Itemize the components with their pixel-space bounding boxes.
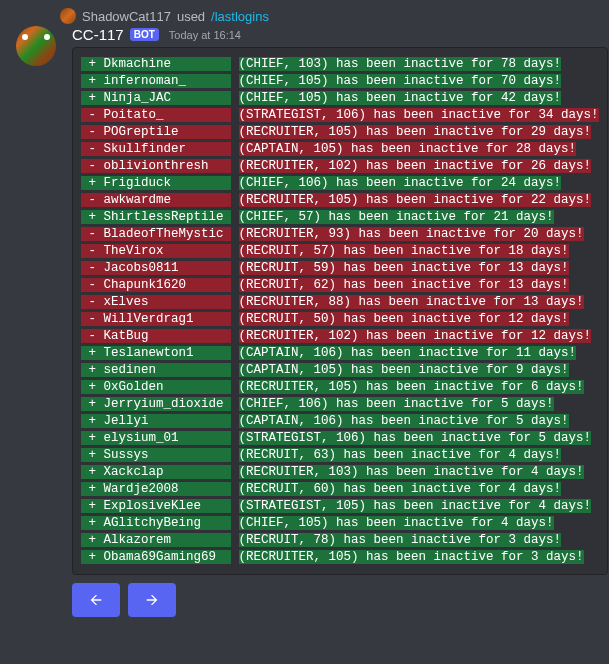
row-25: + Wardje2008 (RECRUIT, 60) has been inac…: [81, 481, 599, 498]
username: Obama69Gaming69: [104, 550, 232, 564]
diff-marker: -: [81, 261, 104, 275]
username: sedinen: [104, 363, 232, 377]
row-4: - POGreptile (RECRUITER, 105) has been i…: [81, 124, 599, 141]
row-13: - Chapunk1620 (RECRUIT, 62) has been ina…: [81, 277, 599, 294]
inactivity-info: (CHIEF, 103) has been inactive for 78 da…: [239, 57, 562, 71]
diff-marker: +: [81, 91, 104, 105]
diff-marker: +: [81, 74, 104, 88]
username: xElves: [104, 295, 232, 309]
arrow-left-icon: [88, 592, 104, 608]
row-2: + Ninja_JAC (CHIEF, 105) has been inacti…: [81, 90, 599, 107]
row-8: - awkwardme (RECRUITER, 105) has been in…: [81, 192, 599, 209]
inactivity-info: (RECRUIT, 59) has been inactive for 13 d…: [239, 261, 569, 275]
inactivity-info: (CAPTAIN, 105) has been inactive for 9 d…: [239, 363, 569, 377]
invoker-name: ShadowCat117: [82, 9, 171, 24]
diff-marker: -: [81, 108, 104, 122]
inactivity-info: (CHIEF, 105) has been inactive for 70 da…: [239, 74, 562, 88]
message-container: ShadowCat117 used /lastlogins CC-117 BOT…: [0, 0, 609, 625]
diff-marker: -: [81, 329, 104, 343]
mini-avatar: [60, 8, 76, 24]
inactivity-info: (CHIEF, 106) has been inactive for 5 day…: [239, 397, 554, 411]
inactivity-info: (RECRUITER, 102) has been inactive for 1…: [239, 329, 592, 343]
username: Jerryium_dioxide: [104, 397, 232, 411]
diff-marker: -: [81, 227, 104, 241]
row-14: - xElves (RECRUITER, 88) has been inacti…: [81, 294, 599, 311]
username: ShirtlessReptile: [104, 210, 232, 224]
message-body: CC-117 BOT Today at 16:14 + Dkmachine (C…: [72, 26, 608, 617]
username: Alkazorem: [104, 533, 232, 547]
username: Ninja_JAC: [104, 91, 232, 105]
username: Teslanewton1: [104, 346, 232, 360]
row-20: + Jerryium_dioxide (CHIEF, 106) has been…: [81, 396, 599, 413]
diff-marker: -: [81, 295, 104, 309]
inactivity-info: (CAPTAIN, 105) has been inactive for 28 …: [239, 142, 577, 156]
inactivity-info: (RECRUIT, 63) has been inactive for 4 da…: [239, 448, 562, 462]
row-3: - Poitato_ (STRATEGIST, 106) has been in…: [81, 107, 599, 124]
inactivity-info: (CHIEF, 57) has been inactive for 21 day…: [239, 210, 554, 224]
username: oblivionthresh: [104, 159, 232, 173]
username: Skullfinder: [104, 142, 232, 156]
row-29: + Obama69Gaming69 (RECRUITER, 105) has b…: [81, 549, 599, 566]
inactivity-info: (RECRUITER, 105) has been inactive for 2…: [239, 193, 592, 207]
inactivity-info: (RECRUITER, 102) has been inactive for 2…: [239, 159, 592, 173]
inactivity-info: (RECRUITER, 88) has been inactive for 13…: [239, 295, 584, 309]
avatar[interactable]: [16, 26, 56, 66]
row-26: + ExplosiveKlee (STRATEGIST, 105) has be…: [81, 498, 599, 515]
inactivity-info: (CAPTAIN, 106) has been inactive for 5 d…: [239, 414, 569, 428]
diff-marker: -: [81, 312, 104, 326]
username: Sussys: [104, 448, 232, 462]
used-verb: used: [177, 9, 205, 24]
timestamp: Today at 16:14: [169, 29, 241, 41]
inactivity-info: (STRATEGIST, 106) has been inactive for …: [239, 108, 599, 122]
inactivity-info: (CHIEF, 105) has been inactive for 42 da…: [239, 91, 562, 105]
username: awkwardme: [104, 193, 232, 207]
lastlogins-output: + Dkmachine (CHIEF, 103) has been inacti…: [72, 47, 608, 575]
row-15: - WillVerdrag1 (RECRUIT, 50) has been in…: [81, 311, 599, 328]
diff-marker: +: [81, 346, 104, 360]
row-24: + Xackclap (RECRUITER, 103) has been ina…: [81, 464, 599, 481]
diff-marker: +: [81, 363, 104, 377]
row-16: - KatBug (RECRUITER, 102) has been inact…: [81, 328, 599, 345]
diff-marker: +: [81, 499, 104, 513]
username: Wardje2008: [104, 482, 232, 496]
next-page-button[interactable]: [128, 583, 176, 617]
diff-marker: +: [81, 465, 104, 479]
inactivity-info: (RECRUIT, 60) has been inactive for 4 da…: [239, 482, 562, 496]
slash-command-link[interactable]: /lastlogins: [211, 9, 269, 24]
message-header: CC-117 BOT Today at 16:14 + Dkmachine (C…: [16, 26, 593, 617]
row-0: + Dkmachine (CHIEF, 103) has been inacti…: [81, 56, 599, 73]
username: infernoman_: [104, 74, 232, 88]
diff-marker: +: [81, 210, 104, 224]
username: TheVirox: [104, 244, 232, 258]
row-28: + Alkazorem (RECRUIT, 78) has been inact…: [81, 532, 599, 549]
inactivity-info: (CHIEF, 105) has been inactive for 4 day…: [239, 516, 554, 530]
username: AGlitchyBeing: [104, 516, 232, 530]
command-usage-row: ShadowCat117 used /lastlogins: [60, 8, 593, 24]
inactivity-info: (CHIEF, 106) has been inactive for 24 da…: [239, 176, 562, 190]
row-7: + Frigiduck (CHIEF, 106) has been inacti…: [81, 175, 599, 192]
inactivity-info: (RECRUITER, 105) has been inactive for 6…: [239, 380, 584, 394]
row-6: - oblivionthresh (RECRUITER, 102) has be…: [81, 158, 599, 175]
row-5: - Skullfinder (CAPTAIN, 105) has been in…: [81, 141, 599, 158]
row-18: + sedinen (CAPTAIN, 105) has been inacti…: [81, 362, 599, 379]
diff-marker: -: [81, 278, 104, 292]
username: WillVerdrag1: [104, 312, 232, 326]
row-10: - BladeofTheMystic (RECRUITER, 93) has b…: [81, 226, 599, 243]
username: Poitato_: [104, 108, 232, 122]
diff-marker: -: [81, 244, 104, 258]
username: Chapunk1620: [104, 278, 232, 292]
diff-marker: +: [81, 380, 104, 394]
prev-page-button[interactable]: [72, 583, 120, 617]
row-11: - TheVirox (RECRUIT, 57) has been inacti…: [81, 243, 599, 260]
inactivity-info: (RECRUIT, 62) has been inactive for 13 d…: [239, 278, 569, 292]
username: Xackclap: [104, 465, 232, 479]
diff-marker: +: [81, 431, 104, 445]
inactivity-info: (RECRUITER, 105) has been inactive for 2…: [239, 125, 592, 139]
diff-marker: +: [81, 448, 104, 462]
row-27: + AGlitchyBeing (CHIEF, 105) has been in…: [81, 515, 599, 532]
row-12: - Jacobs0811 (RECRUIT, 59) has been inac…: [81, 260, 599, 277]
bot-name[interactable]: CC-117: [72, 26, 124, 43]
diff-marker: +: [81, 176, 104, 190]
row-22: + elysium_01 (STRATEGIST, 106) has been …: [81, 430, 599, 447]
username: Jellyi: [104, 414, 232, 428]
